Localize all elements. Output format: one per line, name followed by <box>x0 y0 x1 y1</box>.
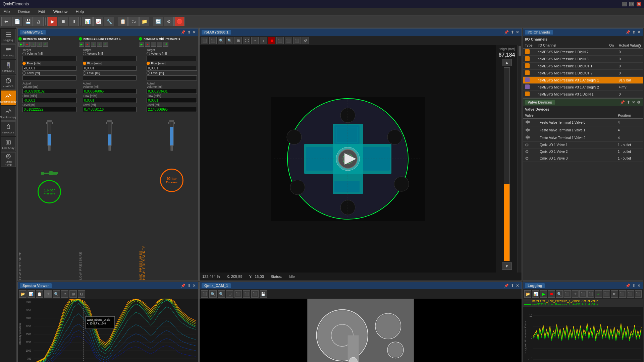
pump-up-2[interactable]: ↑ <box>91 42 96 47</box>
cam-btn-8[interactable]: 💾 <box>260 290 267 298</box>
menu-help[interactable]: Help <box>73 9 86 15</box>
menu-device[interactable]: Device <box>16 9 32 15</box>
volume-input-2[interactable] <box>83 56 137 61</box>
spectra-btn-7[interactable]: ⊟ <box>78 290 85 298</box>
level-radio-2[interactable]: Level [ml] <box>83 71 137 75</box>
pump-play-2[interactable]: ▶ <box>79 42 84 47</box>
rt-btn-zoom-in[interactable]: 🔍 <box>218 37 225 44</box>
volume-input-1[interactable] <box>22 56 76 61</box>
sidebar-spectroscopy[interactable]: Spectroscopy <box>1 90 16 105</box>
rt-btn-2[interactable]: ⬛ <box>209 37 217 44</box>
rotaxys-close-btn[interactable]: ✕ <box>515 30 520 35</box>
flow-radio-1[interactable]: Flow [ml/s] <box>22 62 76 65</box>
toolbar-btn-14[interactable]: 🔄 <box>153 17 163 26</box>
level-radio-btn-2[interactable] <box>83 71 86 75</box>
io-settings-icon[interactable]: ⚙ <box>637 43 642 49</box>
log-btn-10[interactable]: ✓ <box>595 290 602 298</box>
rt-btn-zoom-out[interactable]: 🔍 <box>226 37 233 44</box>
toolbar-btn-1[interactable]: ⬅ <box>1 17 11 26</box>
flow-radio-btn-2[interactable] <box>83 62 86 65</box>
io-pin-btn[interactable]: 📌 <box>625 30 631 35</box>
log-btn-2[interactable]: 📊 <box>532 290 539 298</box>
volume-input-3[interactable] <box>147 56 197 61</box>
flow-radio-3[interactable]: Flow [ml/s] <box>147 62 197 65</box>
toolbar-btn-8[interactable]: 📊 <box>83 17 93 26</box>
log-btn-14[interactable]: ⬛ <box>627 290 634 298</box>
pump-up-3[interactable]: ↑ <box>151 42 156 47</box>
log-btn-5[interactable]: 🔍 <box>556 290 563 298</box>
log-btn-6[interactable]: ⬛ <box>564 290 571 298</box>
pump-down-1[interactable]: ↓ <box>37 42 42 47</box>
height-up-btn[interactable]: ▲ <box>502 59 512 66</box>
toolbar-btn-9[interactable]: 📈 <box>93 17 103 26</box>
volume-radio-btn-1[interactable] <box>22 52 26 55</box>
log-btn-9[interactable]: ⬛ <box>587 290 594 298</box>
log-btn-11[interactable]: ⬛ <box>603 290 610 298</box>
pump-play-1[interactable]: ▶ <box>18 42 24 47</box>
cam-btn-fit[interactable]: ⊞ <box>226 290 233 298</box>
flow-radio-btn-3[interactable] <box>147 62 150 65</box>
sidebar-rotaxys[interactable]: rotAXYS <box>1 75 16 90</box>
volume-radio-1[interactable]: Volume [ml] <box>22 52 76 55</box>
toolbar-btn-12[interactable]: 🗂 <box>128 17 139 26</box>
toolbar-btn-6[interactable]: ⏹ <box>58 17 68 26</box>
spectra-btn-3[interactable]: 📋 <box>36 290 43 298</box>
spectra-btn-open[interactable]: 📂 <box>19 290 26 298</box>
spectra-close-btn[interactable]: ✕ <box>192 284 196 288</box>
toolbar-btn-16[interactable]: 🛑 <box>174 17 184 26</box>
flow-radio-btn-1[interactable] <box>22 62 26 65</box>
rt-btn-9[interactable]: ⬛ <box>276 37 284 44</box>
sidebar-tubing-pump[interactable]: Tubing Pump <box>1 152 16 167</box>
spectra-btn-cursor[interactable]: ✛ <box>44 290 52 298</box>
level-input-3[interactable] <box>147 75 197 80</box>
log-btn-7[interactable]: ✛ <box>572 290 579 298</box>
flow-input-3[interactable] <box>147 66 197 71</box>
toolbar-btn-2[interactable]: 📄 <box>12 17 22 26</box>
cam-btn-1[interactable]: ⬛ <box>201 290 208 298</box>
level-radio-btn-1[interactable] <box>22 71 26 75</box>
maximize-button[interactable]: □ <box>629 2 634 6</box>
rt-btn-5[interactable]: ⛶ <box>243 37 250 44</box>
toolbar-btn-7[interactable]: ⏸ <box>69 17 79 26</box>
rt-btn-10[interactable]: ⬛ <box>285 37 292 44</box>
sidebar-nemesys[interactable]: neMESYS <box>1 60 16 74</box>
level-radio-btn-3[interactable] <box>147 71 150 75</box>
flow-radio-2[interactable]: Flow [ml/s] <box>83 62 137 65</box>
flow-input-2[interactable] <box>83 66 137 71</box>
rotaxys-scrollbar[interactable] <box>518 45 522 273</box>
log-btn-8[interactable]: ⬛ <box>579 290 586 298</box>
volume-radio-2[interactable]: Volume [ml] <box>83 52 137 55</box>
pump-down-2[interactable]: ↓ <box>97 42 102 47</box>
nemesys-float-btn[interactable]: ⬆ <box>187 30 191 35</box>
pump-refresh-3[interactable]: ↺ <box>163 42 168 47</box>
sidebar-scripting[interactable]: Scripting <box>1 44 16 59</box>
toolbar-btn-13[interactable]: 📁 <box>139 17 149 26</box>
flow-input-1[interactable] <box>22 66 76 71</box>
log-btn-stop[interactable]: ⏹ <box>548 290 555 298</box>
valve-settings-btn[interactable]: ⚙ <box>636 100 641 105</box>
valve-close-btn[interactable]: ✕ <box>631 100 636 105</box>
toolbar-btn-11[interactable]: 📋 <box>118 17 128 26</box>
log-btn-13[interactable]: ⬛ <box>619 290 626 298</box>
spectra-btn-5[interactable]: ⊕ <box>61 290 68 298</box>
io-close-btn[interactable]: ✕ <box>637 30 641 35</box>
nemesys-pin-btn[interactable]: 📌 <box>180 30 186 35</box>
log-btn-1[interactable]: 📂 <box>524 290 531 298</box>
pump-refresh-2[interactable]: ↺ <box>103 42 108 47</box>
minimize-button[interactable]: — <box>622 2 627 6</box>
spectra-pin-btn[interactable]: 📌 <box>180 284 186 288</box>
menu-file[interactable]: File <box>1 9 12 15</box>
spectra-btn-6[interactable]: ⊞ <box>69 290 77 298</box>
pump-refresh-1[interactable]: ↺ <box>43 42 48 47</box>
toolbar-btn-4[interactable]: 🖨 <box>34 17 44 26</box>
cam-btn-zoom-in[interactable]: 🔍 <box>209 290 217 298</box>
volume-radio-btn-3[interactable] <box>147 52 150 55</box>
sidebar-nehaxys[interactable]: neMAXYS <box>1 121 16 136</box>
sidebar-logging[interactable]: Logging <box>1 29 16 44</box>
logging-tab-label[interactable]: Logging <box>525 283 545 288</box>
log-btn-15[interactable]: ⬛ <box>635 290 642 298</box>
logging-float-btn[interactable]: ⬆ <box>632 284 636 288</box>
cam-btn-7[interactable]: ⬛ <box>251 290 259 298</box>
sidebar-spectroscopy-2[interactable]: Spectroscopy <box>1 106 16 121</box>
volume-radio-3[interactable]: Volume [ml] <box>147 52 197 55</box>
